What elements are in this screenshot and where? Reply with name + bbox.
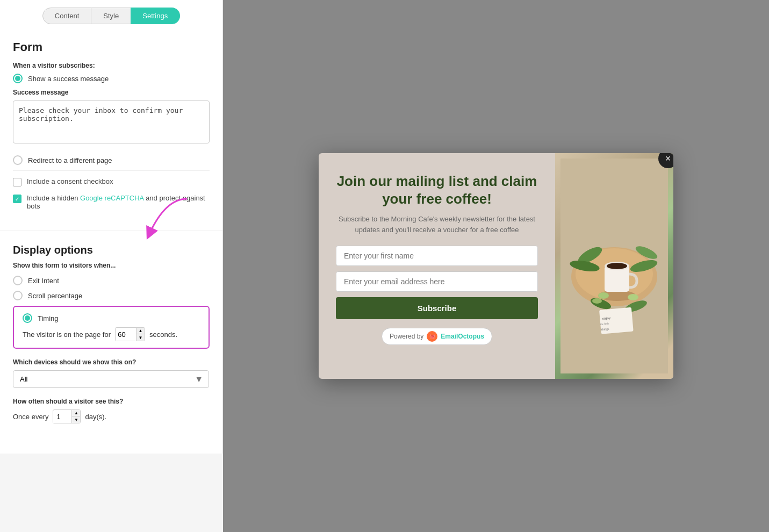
svg-point-13 — [598, 292, 609, 299]
redirect-radio[interactable]: Redirect to a different page — [13, 155, 210, 165]
once-up-btn[interactable]: ▲ — [71, 410, 80, 416]
style-tab[interactable]: Style — [91, 8, 131, 24]
recaptcha-checkbox[interactable]: ✓ — [13, 195, 21, 203]
show-success-radio[interactable]: Show a success message — [13, 74, 210, 83]
popup-modal: × Join our mailing list and claim your f… — [319, 153, 673, 379]
when-label: When a visitor subscribes: — [13, 62, 210, 69]
timing-radio[interactable]: Timing — [23, 313, 200, 323]
popup-subscribe-button[interactable]: Subscribe — [336, 297, 538, 319]
popup-image: enjoy the little things — [555, 153, 673, 379]
success-message-textarea[interactable]: Please check your inbox to confirm your … — [13, 100, 210, 143]
consent-label: Include a consent checkbox — [27, 177, 113, 185]
timing-box: Timing The visitor is on the page for 60… — [13, 306, 210, 349]
success-message-label: Success message — [13, 89, 210, 96]
settings-tab[interactable]: Settings — [131, 8, 180, 24]
redirect-radio-circle — [13, 155, 23, 165]
once-spinner[interactable]: ▲ ▼ — [71, 410, 80, 423]
recaptcha-label: Include a hidden Google reCAPTCHA and pr… — [27, 194, 210, 210]
scroll-radio[interactable]: Scroll percentage — [13, 291, 210, 300]
recaptcha-checkbox-item[interactable]: ✓ Include a hidden Google reCAPTCHA and … — [13, 194, 210, 210]
popup-heading: Join our mailing list and claim your fre… — [336, 172, 538, 207]
once-every-suffix: day(s). — [85, 413, 106, 421]
timing-circle — [23, 313, 32, 323]
svg-point-6 — [607, 263, 627, 269]
svg-point-15 — [628, 294, 638, 300]
popup-first-name-input[interactable] — [336, 246, 538, 266]
timing-down-btn[interactable]: ▼ — [136, 334, 145, 341]
eo-logo: 🐙 — [427, 331, 437, 342]
svg-text:enjoy: enjoy — [602, 316, 611, 321]
consent-checkbox-item[interactable]: Include a consent checkbox — [13, 177, 210, 186]
scroll-label: Scroll percentage — [28, 292, 82, 300]
eo-brand-name: EmailOctopus — [441, 333, 484, 340]
timing-suffix: seconds. — [149, 330, 177, 339]
scroll-circle — [13, 291, 23, 300]
once-input-wrap: 1 ▲ ▼ — [53, 409, 81, 423]
timing-spinner[interactable]: ▲ ▼ — [136, 328, 145, 341]
display-title: Display options — [13, 244, 210, 256]
exit-intent-circle — [13, 276, 23, 285]
popup-subtext: Subscribe to the Morning Cafe's weekly n… — [336, 214, 538, 235]
show-visitors-label: Show this form to visitors when... — [13, 262, 210, 269]
popup-image-panel: enjoy the little things — [555, 153, 673, 379]
consent-checkbox[interactable] — [13, 178, 21, 186]
timing-input-wrap: 60 ▲ ▼ — [115, 327, 145, 341]
powered-by-text: Powered by — [390, 333, 423, 340]
content-tab[interactable]: Content — [42, 8, 92, 24]
popup-email-input[interactable] — [336, 271, 538, 292]
timing-value-input[interactable]: 60 — [116, 328, 136, 341]
frequency-label: How often should a visitor see this? — [13, 398, 210, 405]
timing-label: Timing — [38, 314, 59, 322]
once-every-row: Once every 1 ▲ ▼ day(s). — [13, 409, 210, 423]
preview-panel: × Join our mailing list and claim your f… — [223, 0, 769, 532]
show-success-radio-circle — [13, 74, 23, 83]
popup-left-content: Join our mailing list and claim your fre… — [319, 153, 555, 379]
once-every-input[interactable]: 1 — [53, 411, 71, 423]
coffee-scene-svg: enjoy the little things — [560, 159, 668, 373]
show-success-label: Show a success message — [28, 75, 109, 83]
exit-intent-radio[interactable]: Exit Intent — [13, 276, 210, 285]
svg-point-14 — [592, 298, 602, 304]
form-title: Form — [13, 40, 210, 54]
powered-by-badge[interactable]: Powered by 🐙 EmailOctopus — [382, 328, 492, 345]
recaptcha-link[interactable]: Google reCAPTCHA — [80, 194, 144, 202]
timing-desc: The visitor is on the page for — [23, 330, 111, 339]
devices-label: Which devices should we show this on? — [13, 358, 210, 366]
once-every-prefix: Once every — [13, 413, 48, 421]
redirect-label: Redirect to a different page — [28, 156, 112, 164]
devices-select[interactable]: All Desktop only Mobile only — [13, 371, 209, 387]
exit-intent-label: Exit Intent — [28, 277, 59, 285]
once-down-btn[interactable]: ▼ — [71, 416, 80, 423]
devices-select-wrap: All Desktop only Mobile only ▼ — [13, 370, 209, 388]
timing-up-btn[interactable]: ▲ — [136, 328, 145, 334]
